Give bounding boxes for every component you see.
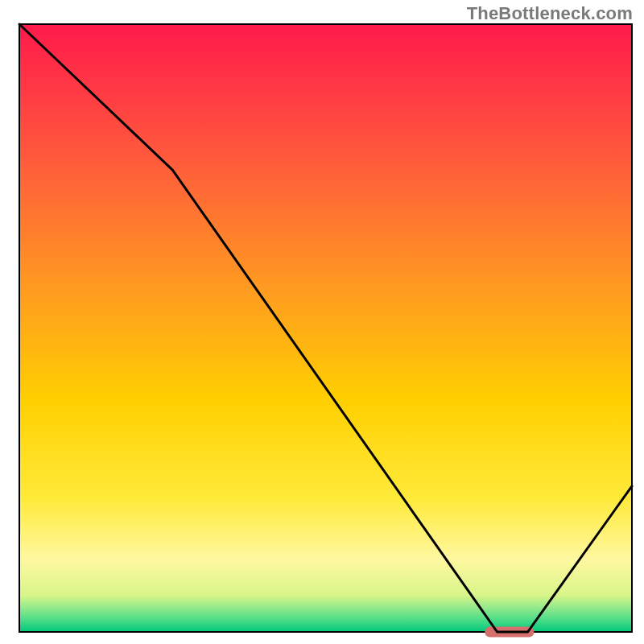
watermark-text: TheBottleneck.com bbox=[467, 3, 633, 24]
chart-plot-area bbox=[19, 24, 632, 632]
bottleneck-chart bbox=[0, 0, 644, 644]
